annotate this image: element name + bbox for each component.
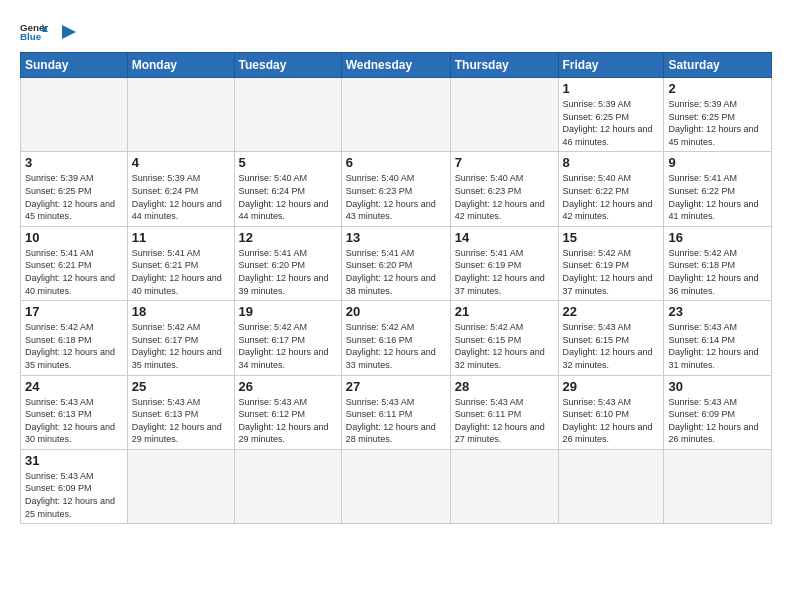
calendar-cell: 30Sunrise: 5:43 AM Sunset: 6:09 PM Dayli… — [664, 375, 772, 449]
calendar-cell: 31Sunrise: 5:43 AM Sunset: 6:09 PM Dayli… — [21, 449, 128, 523]
calendar-cell — [664, 449, 772, 523]
calendar-cell: 7Sunrise: 5:40 AM Sunset: 6:23 PM Daylig… — [450, 152, 558, 226]
day-info: Sunrise: 5:40 AM Sunset: 6:24 PM Dayligh… — [239, 172, 337, 222]
day-info: Sunrise: 5:42 AM Sunset: 6:18 PM Dayligh… — [25, 321, 123, 371]
day-info: Sunrise: 5:41 AM Sunset: 6:21 PM Dayligh… — [132, 247, 230, 297]
day-info: Sunrise: 5:40 AM Sunset: 6:23 PM Dayligh… — [455, 172, 554, 222]
day-info: Sunrise: 5:39 AM Sunset: 6:24 PM Dayligh… — [132, 172, 230, 222]
calendar-cell: 26Sunrise: 5:43 AM Sunset: 6:12 PM Dayli… — [234, 375, 341, 449]
calendar-cell — [127, 78, 234, 152]
day-info: Sunrise: 5:41 AM Sunset: 6:20 PM Dayligh… — [239, 247, 337, 297]
day-info: Sunrise: 5:43 AM Sunset: 6:13 PM Dayligh… — [132, 396, 230, 446]
calendar-cell: 28Sunrise: 5:43 AM Sunset: 6:11 PM Dayli… — [450, 375, 558, 449]
day-info: Sunrise: 5:41 AM Sunset: 6:21 PM Dayligh… — [25, 247, 123, 297]
svg-text:Blue: Blue — [20, 31, 42, 42]
day-number: 13 — [346, 230, 446, 245]
calendar-cell: 9Sunrise: 5:41 AM Sunset: 6:22 PM Daylig… — [664, 152, 772, 226]
calendar-table: SundayMondayTuesdayWednesdayThursdayFrid… — [20, 52, 772, 524]
day-info: Sunrise: 5:43 AM Sunset: 6:09 PM Dayligh… — [668, 396, 767, 446]
calendar-week-row: 1Sunrise: 5:39 AM Sunset: 6:25 PM Daylig… — [21, 78, 772, 152]
calendar-week-row: 17Sunrise: 5:42 AM Sunset: 6:18 PM Dayli… — [21, 301, 772, 375]
day-number: 25 — [132, 379, 230, 394]
day-info: Sunrise: 5:39 AM Sunset: 6:25 PM Dayligh… — [25, 172, 123, 222]
weekday-header-saturday: Saturday — [664, 53, 772, 78]
day-number: 27 — [346, 379, 446, 394]
weekday-header-wednesday: Wednesday — [341, 53, 450, 78]
calendar-cell — [558, 449, 664, 523]
weekday-header-thursday: Thursday — [450, 53, 558, 78]
day-info: Sunrise: 5:43 AM Sunset: 6:15 PM Dayligh… — [563, 321, 660, 371]
day-info: Sunrise: 5:43 AM Sunset: 6:13 PM Dayligh… — [25, 396, 123, 446]
weekday-header-monday: Monday — [127, 53, 234, 78]
calendar-cell — [341, 449, 450, 523]
header: General Blue — [20, 18, 772, 46]
day-info: Sunrise: 5:43 AM Sunset: 6:10 PM Dayligh… — [563, 396, 660, 446]
calendar-cell: 4Sunrise: 5:39 AM Sunset: 6:24 PM Daylig… — [127, 152, 234, 226]
calendar-cell: 21Sunrise: 5:42 AM Sunset: 6:15 PM Dayli… — [450, 301, 558, 375]
day-number: 4 — [132, 155, 230, 170]
calendar-cell: 17Sunrise: 5:42 AM Sunset: 6:18 PM Dayli… — [21, 301, 128, 375]
day-info: Sunrise: 5:43 AM Sunset: 6:11 PM Dayligh… — [455, 396, 554, 446]
calendar-cell: 22Sunrise: 5:43 AM Sunset: 6:15 PM Dayli… — [558, 301, 664, 375]
weekday-header-friday: Friday — [558, 53, 664, 78]
day-number: 10 — [25, 230, 123, 245]
day-number: 20 — [346, 304, 446, 319]
day-number: 9 — [668, 155, 767, 170]
day-number: 29 — [563, 379, 660, 394]
weekday-header-sunday: Sunday — [21, 53, 128, 78]
day-number: 21 — [455, 304, 554, 319]
day-info: Sunrise: 5:41 AM Sunset: 6:20 PM Dayligh… — [346, 247, 446, 297]
calendar-cell: 25Sunrise: 5:43 AM Sunset: 6:13 PM Dayli… — [127, 375, 234, 449]
weekday-header-tuesday: Tuesday — [234, 53, 341, 78]
day-info: Sunrise: 5:40 AM Sunset: 6:22 PM Dayligh… — [563, 172, 660, 222]
day-number: 31 — [25, 453, 123, 468]
day-number: 23 — [668, 304, 767, 319]
day-info: Sunrise: 5:42 AM Sunset: 6:15 PM Dayligh… — [455, 321, 554, 371]
day-number: 1 — [563, 81, 660, 96]
day-info: Sunrise: 5:42 AM Sunset: 6:18 PM Dayligh… — [668, 247, 767, 297]
logo-triangle-icon — [56, 21, 78, 43]
calendar-cell: 8Sunrise: 5:40 AM Sunset: 6:22 PM Daylig… — [558, 152, 664, 226]
calendar-cell — [21, 78, 128, 152]
logo-icon: General Blue — [20, 18, 48, 46]
calendar-cell — [234, 449, 341, 523]
calendar-cell: 29Sunrise: 5:43 AM Sunset: 6:10 PM Dayli… — [558, 375, 664, 449]
calendar-cell: 6Sunrise: 5:40 AM Sunset: 6:23 PM Daylig… — [341, 152, 450, 226]
day-number: 2 — [668, 81, 767, 96]
day-info: Sunrise: 5:43 AM Sunset: 6:11 PM Dayligh… — [346, 396, 446, 446]
calendar-cell — [341, 78, 450, 152]
day-number: 6 — [346, 155, 446, 170]
calendar-cell: 19Sunrise: 5:42 AM Sunset: 6:17 PM Dayli… — [234, 301, 341, 375]
calendar-week-row: 31Sunrise: 5:43 AM Sunset: 6:09 PM Dayli… — [21, 449, 772, 523]
day-info: Sunrise: 5:39 AM Sunset: 6:25 PM Dayligh… — [668, 98, 767, 148]
calendar-cell: 24Sunrise: 5:43 AM Sunset: 6:13 PM Dayli… — [21, 375, 128, 449]
calendar-cell: 2Sunrise: 5:39 AM Sunset: 6:25 PM Daylig… — [664, 78, 772, 152]
day-info: Sunrise: 5:43 AM Sunset: 6:09 PM Dayligh… — [25, 470, 123, 520]
day-number: 15 — [563, 230, 660, 245]
calendar-week-row: 24Sunrise: 5:43 AM Sunset: 6:13 PM Dayli… — [21, 375, 772, 449]
day-number: 5 — [239, 155, 337, 170]
logo: General Blue — [20, 18, 78, 46]
day-info: Sunrise: 5:43 AM Sunset: 6:14 PM Dayligh… — [668, 321, 767, 371]
calendar-cell: 16Sunrise: 5:42 AM Sunset: 6:18 PM Dayli… — [664, 226, 772, 300]
day-info: Sunrise: 5:39 AM Sunset: 6:25 PM Dayligh… — [563, 98, 660, 148]
day-number: 8 — [563, 155, 660, 170]
day-number: 26 — [239, 379, 337, 394]
day-number: 11 — [132, 230, 230, 245]
day-number: 3 — [25, 155, 123, 170]
calendar-cell — [127, 449, 234, 523]
day-info: Sunrise: 5:40 AM Sunset: 6:23 PM Dayligh… — [346, 172, 446, 222]
day-info: Sunrise: 5:41 AM Sunset: 6:19 PM Dayligh… — [455, 247, 554, 297]
calendar-cell: 3Sunrise: 5:39 AM Sunset: 6:25 PM Daylig… — [21, 152, 128, 226]
day-info: Sunrise: 5:42 AM Sunset: 6:19 PM Dayligh… — [563, 247, 660, 297]
calendar-cell: 23Sunrise: 5:43 AM Sunset: 6:14 PM Dayli… — [664, 301, 772, 375]
calendar-cell: 12Sunrise: 5:41 AM Sunset: 6:20 PM Dayli… — [234, 226, 341, 300]
day-number: 24 — [25, 379, 123, 394]
calendar-cell: 5Sunrise: 5:40 AM Sunset: 6:24 PM Daylig… — [234, 152, 341, 226]
calendar-cell: 15Sunrise: 5:42 AM Sunset: 6:19 PM Dayli… — [558, 226, 664, 300]
weekday-header-row: SundayMondayTuesdayWednesdayThursdayFrid… — [21, 53, 772, 78]
calendar-cell: 10Sunrise: 5:41 AM Sunset: 6:21 PM Dayli… — [21, 226, 128, 300]
calendar-cell: 1Sunrise: 5:39 AM Sunset: 6:25 PM Daylig… — [558, 78, 664, 152]
day-info: Sunrise: 5:42 AM Sunset: 6:17 PM Dayligh… — [132, 321, 230, 371]
day-info: Sunrise: 5:42 AM Sunset: 6:16 PM Dayligh… — [346, 321, 446, 371]
